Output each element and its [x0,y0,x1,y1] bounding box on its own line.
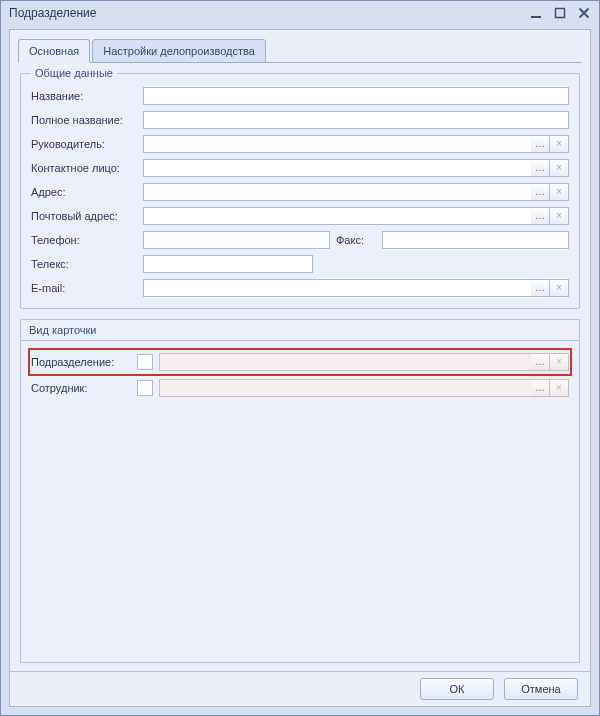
manager-input[interactable] [143,135,531,153]
dialog-footer: ОК Отмена [10,671,590,706]
contact-input[interactable] [143,159,531,177]
cardkind-dept-browse-button[interactable]: … [531,353,550,371]
ellipsis-icon: … [535,283,545,293]
cardkind-employee-checkbox[interactable] [137,380,153,396]
tabs-bar: Основная Настройки делопроизводства [18,36,582,63]
clear-icon: × [556,283,562,293]
address-clear-button[interactable]: × [550,183,569,201]
cardkind-employee-label: Сотрудник: [31,382,131,394]
svg-rect-1 [556,9,565,18]
postal-lookup: … × [143,207,569,225]
manager-browse-button[interactable]: … [531,135,550,153]
postal-label: Почтовый адрес: [31,210,137,222]
postal-browse-button[interactable]: … [531,207,550,225]
email-input[interactable] [143,279,531,297]
address-input[interactable] [143,183,531,201]
tab-settings[interactable]: Настройки делопроизводства [92,39,266,63]
phone-input[interactable] [143,231,330,249]
ellipsis-icon: … [535,357,545,367]
close-icon[interactable] [577,6,591,20]
row-contact: Контактное лицо: … × [31,156,569,180]
email-label: E-mail: [31,282,137,294]
ellipsis-icon: … [535,383,545,393]
row-phone-fax: Телефон: Факс: [31,228,569,252]
maximize-icon[interactable] [553,6,567,20]
ellipsis-icon: … [535,139,545,149]
contact-lookup: … × [143,159,569,177]
clear-icon: × [556,357,562,367]
clear-icon: × [556,139,562,149]
ellipsis-icon: … [535,163,545,173]
window-title: Подразделение [9,6,96,20]
cardkind-row-employee: Сотрудник: … × [31,375,569,401]
row-telex: Телекс: [31,252,569,276]
manager-label: Руководитель: [31,138,137,150]
cardkind-legend: Вид карточки [20,319,580,340]
cardkind-employee-lookup: … × [159,379,569,397]
cardkind-employee-browse-button[interactable]: … [531,379,550,397]
cardkind-dept-lookup: … × [159,353,569,371]
row-name: Название: [31,84,569,108]
ok-button[interactable]: ОК [420,678,494,700]
telex-input[interactable] [143,255,313,273]
tab-settings-label: Настройки делопроизводства [103,45,255,57]
general-groupbox: Общие данные Название: Полное название: … [20,73,580,309]
telex-label: Телекс: [31,258,137,270]
email-browse-button[interactable]: … [531,279,550,297]
titlebar: Подразделение [1,1,599,25]
email-lookup: … × [143,279,569,297]
tab-page-main: Общие данные Название: Полное название: … [10,63,590,671]
row-address: Адрес: … × [31,180,569,204]
row-postal: Почтовый адрес: … × [31,204,569,228]
fullname-input[interactable] [143,111,569,129]
tab-main-label: Основная [29,45,79,57]
postal-input[interactable] [143,207,531,225]
manager-lookup: … × [143,135,569,153]
fax-label: Факс: [336,234,376,246]
cardkind-body: Подразделение: … × Сотрудник: [20,340,580,663]
postal-clear-button[interactable]: × [550,207,569,225]
cancel-button[interactable]: Отмена [504,678,578,700]
cardkind-row-department: Подразделение: … × [29,349,571,375]
row-fullname: Полное название: [31,108,569,132]
cardkind-employee-input[interactable] [159,379,531,397]
clear-icon: × [556,383,562,393]
contact-label: Контактное лицо: [31,162,137,174]
svg-rect-0 [531,16,541,18]
window: Подразделение Основная Настройки делопро… [0,0,600,716]
contact-browse-button[interactable]: … [531,159,550,177]
cardkind-dept-clear-button[interactable]: × [550,353,569,371]
fullname-label: Полное название: [31,114,137,126]
phone-label: Телефон: [31,234,137,246]
fax-input[interactable] [382,231,569,249]
cardkind-employee-clear-button[interactable]: × [550,379,569,397]
name-label: Название: [31,90,137,102]
general-legend: Общие данные [31,67,117,79]
address-lookup: … × [143,183,569,201]
cardkind-dept-checkbox[interactable] [137,354,153,370]
minimize-icon[interactable] [529,6,543,20]
client-area: Основная Настройки делопроизводства Общи… [9,29,591,707]
cardkind-dept-input[interactable] [159,353,531,371]
address-label: Адрес: [31,186,137,198]
window-controls [529,6,591,20]
ellipsis-icon: … [535,211,545,221]
address-browse-button[interactable]: … [531,183,550,201]
cardkind-dept-label: Подразделение: [31,356,131,368]
clear-icon: × [556,187,562,197]
clear-icon: × [556,163,562,173]
clear-icon: × [556,211,562,221]
contact-clear-button[interactable]: × [550,159,569,177]
email-clear-button[interactable]: × [550,279,569,297]
row-manager: Руководитель: … × [31,132,569,156]
cardkind-groupbox: Вид карточки Подразделение: … × Сотрудни… [20,319,580,663]
manager-clear-button[interactable]: × [550,135,569,153]
name-input[interactable] [143,87,569,105]
ellipsis-icon: … [535,187,545,197]
tab-main[interactable]: Основная [18,39,90,63]
row-email: E-mail: … × [31,276,569,300]
